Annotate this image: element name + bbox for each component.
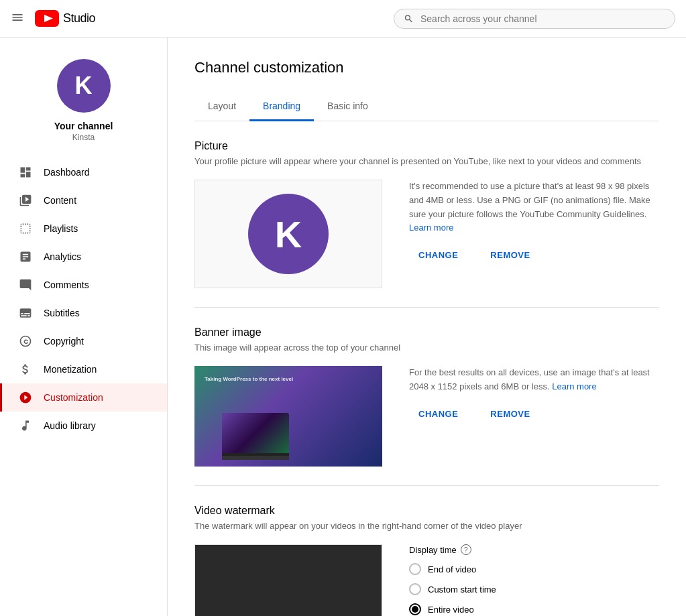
sidebar-label-audio-library: Audio library — [44, 420, 96, 431]
sidebar-label-monetization: Monetization — [44, 364, 97, 375]
search-bar[interactable] — [394, 9, 675, 29]
analytics-icon — [18, 249, 33, 264]
monetization-icon — [18, 362, 33, 377]
video-preview: ▶ ⏭ 🔊 ⚙ ⬜ ⛶ — [194, 544, 382, 616]
search-icon — [404, 13, 414, 24]
radio-custom-start[interactable]: Custom start time — [409, 583, 659, 595]
picture-preview: K — [194, 180, 382, 288]
laptop-base — [222, 456, 289, 460]
sidebar-item-playlists[interactable]: Playlists — [0, 214, 167, 243]
watermark-info: Display time ? End of video Custom start… — [409, 544, 659, 616]
sidebar-label-copyright: Copyright — [44, 336, 84, 347]
sidebar: K Your channel Kinsta Dashboard Content — [0, 38, 168, 616]
help-icon[interactable]: ? — [461, 544, 471, 555]
profile-avatar-preview: K — [248, 194, 329, 274]
picture-section: Picture Your profile picture will appear… — [194, 121, 659, 308]
sidebar-label-dashboard: Dashboard — [44, 167, 90, 178]
menu-icon[interactable] — [11, 11, 24, 26]
laptop-screen — [222, 413, 289, 453]
sidebar-label-customization: Customization — [44, 392, 103, 403]
sidebar-item-monetization[interactable]: Monetization — [0, 355, 167, 383]
banner-remove-button[interactable]: REMOVE — [481, 405, 539, 423]
tab-branding[interactable]: Branding — [249, 93, 314, 121]
youtube-logo-icon — [35, 10, 59, 27]
picture-buttons: CHANGE REMOVE — [409, 246, 659, 264]
playlists-icon — [18, 221, 33, 236]
radio-outer-custom — [409, 583, 421, 595]
tabs-container: Layout Branding Basic info — [194, 93, 659, 121]
sidebar-item-subtitles[interactable]: Subtitles — [0, 299, 167, 327]
laptop-device — [222, 413, 289, 460]
tab-layout[interactable]: Layout — [194, 93, 249, 121]
sidebar-avatar: K — [57, 59, 111, 113]
banner-text-overlay: Taking WordPress to the next level — [205, 376, 293, 385]
sidebar-nav: Dashboard Content Playlists Analytics — [0, 158, 167, 440]
banner-preview: Taking WordPress to the next level — [194, 366, 382, 467]
sidebar-label-content: Content — [44, 195, 76, 206]
copyright-icon — [18, 334, 33, 349]
studio-text: Studio — [63, 11, 95, 25]
dashboard-icon — [18, 165, 33, 180]
banner-overlay-text: Taking WordPress to the next level — [205, 376, 293, 382]
picture-change-button[interactable]: CHANGE — [409, 246, 467, 264]
channel-handle: Kinsta — [72, 133, 95, 142]
watermark-title: Video watermark — [194, 505, 659, 517]
picture-remove-button[interactable]: REMOVE — [481, 246, 539, 264]
sidebar-item-analytics[interactable]: Analytics — [0, 243, 167, 271]
sidebar-item-content[interactable]: Content — [0, 186, 167, 214]
display-time-label: Display time ? — [409, 544, 659, 555]
banner-title: Banner image — [194, 326, 659, 338]
tab-basic-info[interactable]: Basic info — [314, 93, 382, 121]
channel-name: Your channel — [54, 121, 113, 131]
picture-info-text: It's recommended to use a picture that's… — [409, 180, 659, 235]
sidebar-item-audio-library[interactable]: Audio library — [0, 412, 167, 440]
sidebar-item-dashboard[interactable]: Dashboard — [0, 158, 167, 186]
banner-section: Banner image This image will appear acro… — [194, 308, 659, 486]
radio-group: End of video Custom start time Entire vi… — [409, 563, 659, 615]
sidebar-label-playlists: Playlists — [44, 223, 78, 234]
picture-info: It's recommended to use a picture that's… — [409, 180, 659, 264]
content-icon — [18, 193, 33, 208]
banner-learn-more[interactable]: Learn more — [552, 381, 596, 391]
customization-icon — [18, 390, 33, 405]
watermark-description: The watermark will appear on your videos… — [194, 521, 659, 531]
sidebar-label-comments: Comments — [44, 280, 89, 290]
picture-title: Picture — [194, 140, 659, 152]
banner-body: Taking WordPress to the next level — [194, 366, 659, 467]
banner-info-text: For the best results on all devices, use… — [409, 366, 659, 394]
radio-outer-end — [409, 563, 421, 575]
channel-info: K Your channel Kinsta — [0, 48, 167, 158]
page-title: Channel customization — [194, 59, 659, 76]
video-screen — [195, 545, 382, 616]
picture-description: Your profile picture will appear where y… — [194, 156, 659, 166]
youtube-studio-logo[interactable]: Studio — [35, 10, 95, 27]
sidebar-label-subtitles: Subtitles — [44, 308, 80, 318]
sidebar-item-customization[interactable]: Customization — [0, 383, 167, 412]
radio-entire-video[interactable]: Entire video — [409, 603, 659, 615]
picture-body: K It's recommended to use a picture that… — [194, 180, 659, 288]
picture-learn-more[interactable]: Learn more — [409, 223, 453, 233]
main-content: Channel customization Layout Branding Ba… — [168, 38, 686, 616]
banner-buttons: CHANGE REMOVE — [409, 405, 659, 423]
banner-info: For the best results on all devices, use… — [409, 366, 659, 423]
audio-library-icon — [18, 418, 33, 433]
radio-outer-entire — [409, 603, 421, 615]
sidebar-label-analytics: Analytics — [44, 251, 81, 262]
subtitles-icon — [18, 306, 33, 320]
banner-description: This image will appear across the top of… — [194, 343, 659, 353]
top-nav: Studio — [0, 0, 686, 38]
radio-inner-entire — [412, 606, 418, 613]
watermark-body: ▶ ⏭ 🔊 ⚙ ⬜ ⛶ Display time ? — [194, 544, 659, 616]
sidebar-item-comments[interactable]: Comments — [0, 271, 167, 299]
search-input[interactable] — [420, 13, 665, 24]
banner-change-button[interactable]: CHANGE — [409, 405, 467, 423]
comments-icon — [18, 278, 33, 292]
radio-end-of-video[interactable]: End of video — [409, 563, 659, 575]
watermark-section: Video watermark The watermark will appea… — [194, 486, 659, 616]
sidebar-item-copyright[interactable]: Copyright — [0, 327, 167, 355]
